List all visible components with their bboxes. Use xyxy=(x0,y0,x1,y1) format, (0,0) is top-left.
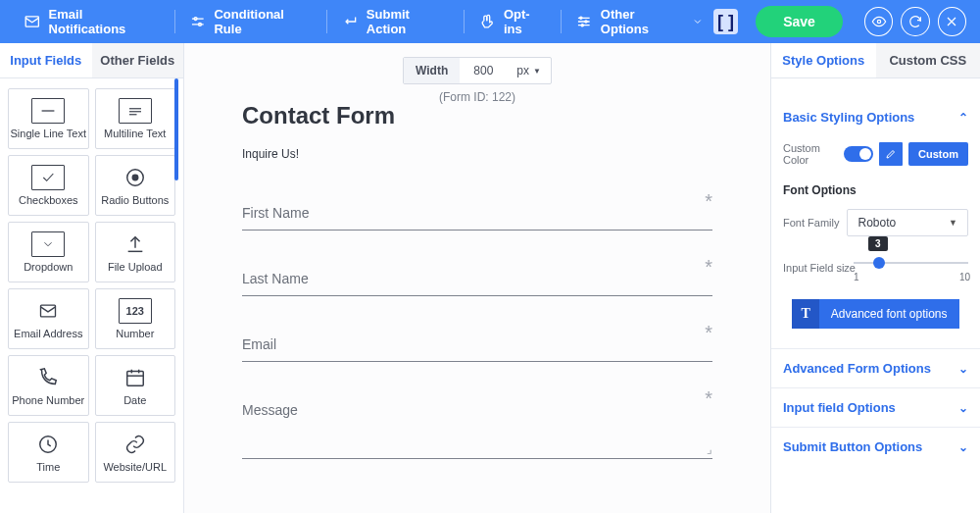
form-field-message[interactable]: Message*⌟ xyxy=(242,391,712,459)
required-icon: * xyxy=(705,322,712,344)
accordion-submit-button[interactable]: Submit Button Options⌄ xyxy=(771,427,980,466)
field-email-address[interactable]: Email Address xyxy=(8,288,89,349)
accordion-advanced-form[interactable]: Advanced Form Options⌄ xyxy=(771,348,980,387)
field-dropdown[interactable]: Dropdown xyxy=(8,222,89,282)
width-label: Width xyxy=(404,58,460,83)
close-icon xyxy=(944,14,959,29)
toolbar-other-options[interactable]: Other Options xyxy=(565,1,712,42)
toolbar-conditional-rule[interactable]: Conditional Rule xyxy=(179,1,322,42)
field-file-upload[interactable]: File Upload xyxy=(95,222,176,282)
form-field-email[interactable]: Email* xyxy=(242,326,712,362)
toolbar-label: Other Options xyxy=(601,7,684,36)
slider-thumb[interactable] xyxy=(873,257,885,269)
field-website-url[interactable]: Website/URL xyxy=(95,422,176,483)
tab-style-options[interactable]: Style Options xyxy=(771,43,876,77)
style-panel: Style Options Custom CSS Basic Styling O… xyxy=(770,43,980,513)
custom-color-toggle[interactable] xyxy=(844,146,873,162)
custom-color-button[interactable]: Custom xyxy=(908,142,968,166)
sliders-icon xyxy=(575,13,593,30)
svg-point-12 xyxy=(132,175,138,180)
font-options-heading: Font Options xyxy=(783,183,968,197)
field-time[interactable]: Time xyxy=(8,422,89,483)
toolbar-opt-ins[interactable]: Opt-ins xyxy=(468,1,557,42)
field-radio-buttons[interactable]: Radio Buttons xyxy=(95,155,176,216)
tab-custom-css[interactable]: Custom CSS xyxy=(876,43,981,77)
advanced-font-options-button[interactable]: T Advanced font options xyxy=(792,299,958,329)
shortcodes-button[interactable]: [ ] xyxy=(713,9,738,34)
preview-button[interactable] xyxy=(864,7,893,36)
custom-color-label: Custom Color xyxy=(783,142,836,166)
eye-icon xyxy=(871,14,887,29)
text-icon: T xyxy=(792,299,818,329)
form-title[interactable]: Contact Form xyxy=(242,102,712,129)
svg-point-6 xyxy=(877,20,880,23)
field-multiline-text[interactable]: Multiline Text xyxy=(95,88,176,149)
reload-icon xyxy=(907,14,923,29)
resize-handle-icon[interactable]: ⌟ xyxy=(707,442,712,456)
separator xyxy=(464,10,465,33)
fields-tabs: Input Fields Other Fields xyxy=(0,43,183,78)
svg-rect-14 xyxy=(127,372,144,386)
chevron-down-icon xyxy=(692,16,704,27)
field-date[interactable]: Date xyxy=(95,355,176,416)
chevron-down-icon: ⌄ xyxy=(958,362,968,376)
chevron-down-icon: ⌄ xyxy=(958,401,968,415)
tab-other-fields[interactable]: Other Fields xyxy=(92,43,184,77)
slider-tooltip: 3 xyxy=(868,236,888,251)
field-checkboxes[interactable]: Checkboxes xyxy=(8,155,89,216)
toolbar-submit-action[interactable]: Submit Action xyxy=(331,1,460,42)
accordion-basic-styling[interactable]: Basic Styling Options ⌃ xyxy=(771,98,980,136)
separator xyxy=(561,10,562,33)
accordion-input-field[interactable]: Input field Options⌄ xyxy=(771,387,980,427)
chevron-down-icon: ⌄ xyxy=(958,440,968,454)
toolbar-label: Conditional Rule xyxy=(214,7,313,36)
pencil-icon xyxy=(885,148,897,160)
input-size-slider[interactable]: Input Field size 3 1 10 xyxy=(783,262,968,264)
width-control[interactable]: Width 800 px▼ xyxy=(403,57,552,84)
width-value[interactable]: 800 xyxy=(460,58,507,83)
sliders-icon xyxy=(189,13,207,30)
required-icon: * xyxy=(705,190,712,213)
form-subtitle[interactable]: Inquire Us! xyxy=(242,147,712,161)
toolbar-label: Email Notifications xyxy=(49,7,161,36)
edit-color-button[interactable] xyxy=(879,142,903,166)
form-field-first-name[interactable]: First Name* xyxy=(242,194,712,231)
chevron-up-icon: ⌃ xyxy=(958,111,968,125)
mail-icon xyxy=(24,13,41,30)
chevron-down-icon: ▼ xyxy=(949,218,957,228)
field-number[interactable]: 123Number xyxy=(95,288,176,349)
toolbar-email-notifications[interactable]: Email Notifications xyxy=(14,1,171,42)
reload-button[interactable] xyxy=(901,7,929,36)
width-unit-select[interactable]: px▼ xyxy=(507,58,551,83)
form-preview: Contact Form Inquire Us! First Name* Las… xyxy=(213,106,742,513)
svg-rect-13 xyxy=(41,305,56,317)
close-button[interactable] xyxy=(938,7,966,36)
form-canvas-area: Width 800 px▼ (Form ID: 122) Contact For… xyxy=(184,43,770,513)
separator xyxy=(326,10,327,33)
return-icon xyxy=(341,13,359,30)
toolbar-label: Opt-ins xyxy=(504,7,547,36)
field-single-line-text[interactable]: Single Line Text xyxy=(8,88,89,149)
font-family-label: Font Family xyxy=(783,217,839,229)
font-family-select[interactable]: Roboto▼ xyxy=(847,209,968,236)
tab-input-fields[interactable]: Input Fields xyxy=(0,43,92,77)
top-toolbar: Email Notifications Conditional Rule Sub… xyxy=(0,0,980,43)
field-phone-number[interactable]: Phone Number xyxy=(8,355,89,416)
required-icon: * xyxy=(705,256,712,279)
fields-panel: Input Fields Other Fields Single Line Te… xyxy=(0,43,184,513)
fields-scrollbar[interactable] xyxy=(174,78,178,180)
separator xyxy=(174,10,175,33)
required-icon: * xyxy=(705,387,712,410)
hand-icon xyxy=(478,13,496,30)
form-field-last-name[interactable]: Last Name* xyxy=(242,260,712,296)
toolbar-label: Submit Action xyxy=(367,7,451,36)
save-button[interactable]: Save xyxy=(756,6,843,37)
